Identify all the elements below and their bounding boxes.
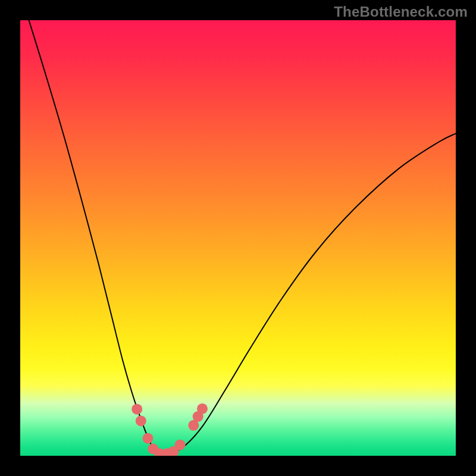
highlight-dots bbox=[131, 403, 208, 456]
chart-container: TheBottleneck.com bbox=[0, 0, 476, 476]
highlight-dot bbox=[136, 415, 146, 426]
plot-area bbox=[20, 20, 456, 456]
highlight-dot bbox=[131, 404, 142, 415]
curve-layer bbox=[20, 20, 456, 456]
highlight-dot bbox=[197, 403, 208, 414]
bottleneck-curve bbox=[29, 20, 456, 455]
highlight-dot bbox=[143, 433, 154, 444]
highlight-dot bbox=[175, 440, 186, 450]
watermark-text: TheBottleneck.com bbox=[334, 4, 468, 20]
